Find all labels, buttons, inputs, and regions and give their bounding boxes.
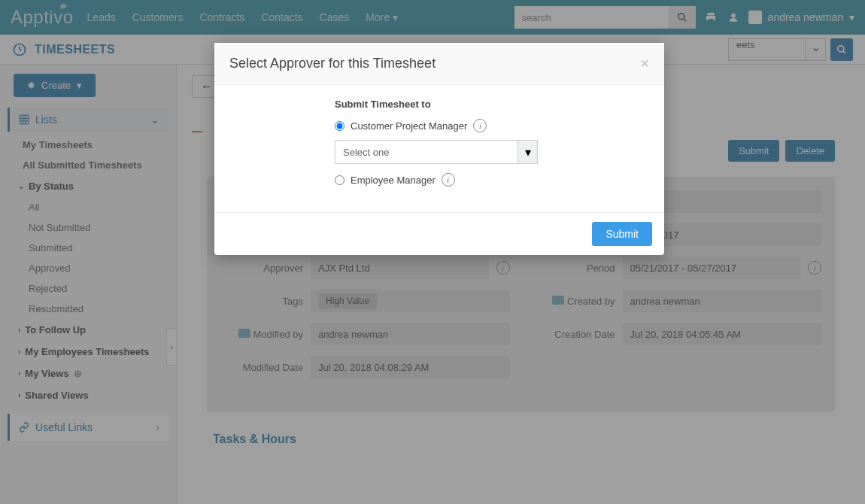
modal-body: Submit Timesheet to Customer Project Man… [214,85,664,212]
modal-submit-button[interactable]: Submit [592,222,652,246]
radio-employee-manager[interactable]: Employee Manager i [335,173,649,187]
select-approver-modal: Select Approver for this Timesheet × Sub… [214,43,664,255]
radio-input[interactable] [335,175,344,185]
info-icon[interactable]: i [442,173,455,187]
radio-label: Employee Manager [351,175,436,186]
dropdown-toggle[interactable]: ▾ [518,140,538,164]
close-icon[interactable]: × [640,55,649,72]
modal-title: Select Approver for this Timesheet [229,56,436,71]
modal-heading: Submit Timesheet to [335,99,649,110]
radio-customer-pm[interactable]: Customer Project Manager i [335,119,649,132]
radio-input[interactable] [335,121,344,131]
approver-select-value: Select one [335,140,518,164]
info-icon[interactable]: i [473,119,487,132]
modal-footer: Submit [214,212,664,255]
caret-down-icon: ▾ [525,145,531,159]
radio-label: Customer Project Manager [351,120,467,132]
approver-select[interactable]: Select one ▾ [335,140,538,164]
modal-header: Select Approver for this Timesheet × [214,43,664,85]
